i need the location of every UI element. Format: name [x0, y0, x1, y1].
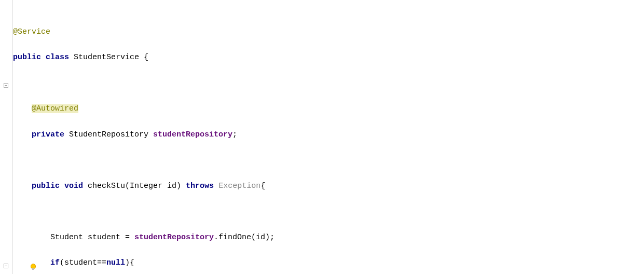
annotation: @Service [13, 28, 50, 36]
code-line[interactable] [13, 206, 644, 218]
code-line[interactable]: public void checkStu(Integer id) throws … [13, 180, 644, 193]
field: studentRepository [134, 233, 214, 242]
code-text: .findOne(id); [214, 233, 275, 242]
keyword: class [46, 53, 69, 62]
code-text: Student student = [50, 233, 134, 242]
code-editor[interactable]: @Service public class StudentService { @… [0, 0, 644, 274]
code-line[interactable]: Student student = studentRepository.find… [13, 231, 644, 244]
code-area[interactable]: @Service public class StudentService { @… [13, 0, 644, 274]
field: studentRepository [153, 130, 232, 139]
code-line[interactable]: public class StudentService { [13, 51, 644, 64]
brace: { [261, 182, 265, 190]
code-line[interactable] [13, 77, 644, 90]
annotation-highlighted: @Autowired [32, 104, 78, 113]
keyword: private [32, 130, 64, 139]
fold-marker-icon[interactable] [4, 264, 8, 268]
type: StudentRepository [64, 130, 153, 139]
code-line[interactable]: @Autowired [13, 103, 644, 116]
code-line[interactable]: if(student==null){ [13, 257, 644, 270]
keyword: public [32, 182, 60, 190]
keyword: if [50, 258, 60, 267]
code-text: (student== [60, 258, 106, 267]
keyword: public [13, 53, 41, 62]
keyword: throws [186, 182, 214, 190]
code-line[interactable]: @Service [13, 26, 644, 39]
fold-marker-icon[interactable] [4, 83, 8, 88]
method-name: checkStu [83, 182, 125, 190]
brace: { [139, 53, 148, 62]
keyword: null [106, 258, 125, 267]
class-name: StudentService [74, 53, 139, 62]
code-line[interactable]: private StudentRepository studentReposit… [13, 129, 644, 142]
exception-type: Exception [214, 182, 261, 190]
semicolon: ; [232, 130, 237, 139]
keyword: void [64, 182, 83, 190]
params: (Integer id) [125, 182, 186, 190]
editor-gutter [0, 0, 13, 274]
code-text: ){ [125, 258, 134, 267]
code-line[interactable] [13, 154, 644, 167]
